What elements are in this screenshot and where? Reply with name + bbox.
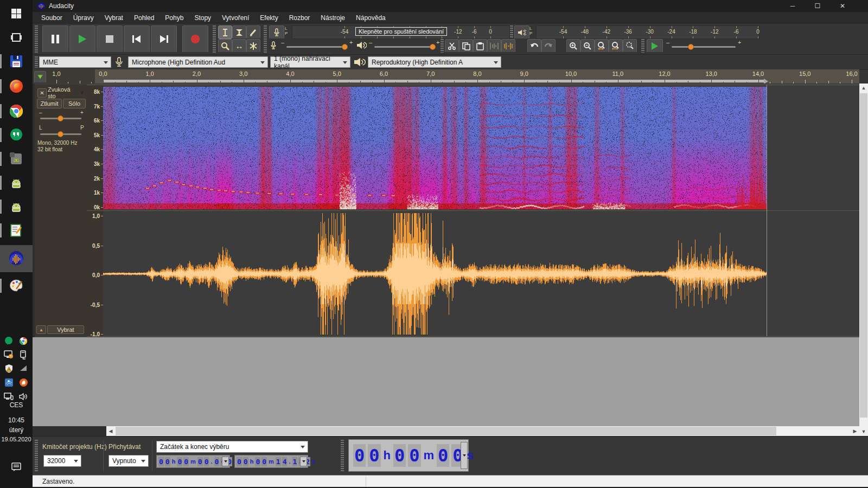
track-close-button[interactable]: ✕ <box>37 88 47 98</box>
h-scrollbar[interactable]: ◀ ▶ <box>106 426 859 436</box>
record-button[interactable] <box>182 25 208 53</box>
tray-locale[interactable]: CES <box>0 401 33 409</box>
stop-button[interactable] <box>97 25 123 53</box>
taskbar-item-notes[interactable] <box>0 219 33 242</box>
tray-monitor-sync-icon[interactable] <box>3 349 15 361</box>
recording-device-select[interactable]: Microphone (High Definition Aud <box>128 56 268 68</box>
taskbar-item-floppy[interactable] <box>0 50 33 73</box>
undo-button[interactable] <box>527 39 541 53</box>
play-speed-slider[interactable] <box>672 46 736 48</box>
zoom-in-button[interactable] <box>566 39 580 53</box>
tray-network-icon[interactable] <box>3 390 15 402</box>
audio-position-display[interactable]: 00h00m00s <box>348 439 469 472</box>
action-center-button[interactable] <box>0 455 33 478</box>
toolbar-grip[interactable] <box>510 25 513 38</box>
toolbar-grip[interactable] <box>341 440 344 472</box>
tray-chrome-icon[interactable] <box>17 335 29 347</box>
taskbar-item-hangouts[interactable] <box>0 124 33 146</box>
waveform-view[interactable] <box>103 212 767 336</box>
task-view-button[interactable] <box>0 26 33 49</box>
scroll-right-arrow[interactable]: ▶ <box>851 426 859 436</box>
silence-audio-button[interactable] <box>501 39 515 53</box>
play-speed-thumb[interactable] <box>688 44 694 50</box>
taskbar-item-audacity[interactable] <box>0 245 33 272</box>
gain-slider-thumb[interactable] <box>58 115 63 121</box>
record-volume-slider[interactable] <box>286 46 347 48</box>
toolbar-grip[interactable] <box>441 39 444 53</box>
quick-play-band[interactable] <box>103 80 765 82</box>
h-scrollbar-thumb[interactable] <box>116 427 776 435</box>
menu-item-pohyb[interactable]: Pohyb <box>159 12 189 24</box>
v-scrollbar[interactable]: ▲ ▼ <box>859 84 868 436</box>
pause-button[interactable] <box>42 25 68 53</box>
close-button[interactable]: ✕ <box>830 0 855 12</box>
cut-button[interactable] <box>445 39 459 53</box>
zoom-fit-button[interactable] <box>609 39 623 53</box>
record-meter-mic-button[interactable] <box>269 25 284 39</box>
spectrogram-view[interactable] <box>103 87 767 209</box>
v-scrollbar-thumb[interactable] <box>860 93 867 418</box>
project-rate-select[interactable]: 32000 <box>43 455 81 467</box>
taskbar-item-paint[interactable] <box>0 274 33 297</box>
menu-item-pohled[interactable]: Pohled <box>129 12 159 24</box>
selection-start-field[interactable]: 00h00m00.000s <box>156 455 230 468</box>
tray-avast-icon[interactable] <box>17 376 29 388</box>
selection-mode-select[interactable]: Začátek a konec výběru <box>156 441 308 453</box>
menu-item-rozbor[interactable]: Rozbor <box>284 12 316 24</box>
tray-hidden-items-icon[interactable] <box>17 362 29 374</box>
play-meter-speaker-button[interactable] <box>514 25 529 39</box>
maximize-button[interactable]: ☐ <box>805 0 830 12</box>
menu-item-nástroje[interactable]: Nástroje <box>315 12 350 24</box>
scroll-left-arrow[interactable]: ◀ <box>106 426 115 436</box>
menu-item-soubor[interactable]: Soubor <box>36 12 68 24</box>
start-button[interactable] <box>0 2 33 25</box>
menu-item-vytvoření[interactable]: Vytvoření <box>216 12 254 24</box>
empty-track-space[interactable] <box>33 337 859 426</box>
taskbar-item-chrome[interactable] <box>0 100 33 123</box>
snap-to-select[interactable]: Vypnuto <box>108 455 149 467</box>
copy-button[interactable] <box>459 39 473 53</box>
taskbar-item-android-1[interactable] <box>0 171 33 194</box>
playback-device-select[interactable]: Reproduktory (High Definition A <box>368 56 501 68</box>
toolbar-grip[interactable] <box>35 56 38 68</box>
zoom-selection-button[interactable] <box>595 39 609 53</box>
tray-volume-icon[interactable] <box>17 390 29 402</box>
zoom-out-button[interactable] <box>580 39 595 53</box>
draw-tool-button[interactable] <box>246 25 260 39</box>
audio-host-select[interactable]: MME <box>39 56 111 68</box>
track-title-menu[interactable]: Zvuková sto ▼ <box>48 88 85 97</box>
spinner-arrow[interactable] <box>461 442 468 469</box>
minimize-button[interactable]: ─ <box>780 0 805 12</box>
menu-item-efekty[interactable]: Efekty <box>254 12 283 24</box>
scroll-down-arrow[interactable]: ▼ <box>859 427 868 436</box>
tray-usb-icon[interactable] <box>17 349 29 361</box>
time-shift-tool-button[interactable]: ↔ <box>232 39 246 53</box>
selection-end-field[interactable]: 00h00m14.182s <box>234 455 308 468</box>
track-select-button[interactable]: Vybrat <box>47 325 84 334</box>
taskbar-item-firefox[interactable] <box>0 75 33 98</box>
selection-tool-button[interactable] <box>218 25 232 39</box>
redo-button[interactable] <box>541 39 556 53</box>
pan-slider-thumb[interactable] <box>58 131 63 137</box>
tray-remote-desktop-icon[interactable] <box>3 376 15 388</box>
trim-audio-button[interactable] <box>487 39 501 53</box>
tray-hangouts-icon[interactable] <box>3 335 15 347</box>
toolbar-grip[interactable] <box>35 25 38 53</box>
skip-to-start-button[interactable] <box>124 25 150 53</box>
record-volume-thumb[interactable] <box>342 44 348 50</box>
spinner-arrow[interactable] <box>222 457 229 466</box>
menu-item-stopy[interactable]: Stopy <box>189 12 216 24</box>
envelope-tool-button[interactable] <box>232 25 246 39</box>
toolbar-grip[interactable] <box>35 440 38 472</box>
tray-defender-warning-icon[interactable] <box>3 362 15 374</box>
menu-item-vybrat[interactable]: Vybrat <box>99 12 129 24</box>
scroll-up-arrow[interactable]: ▲ <box>859 84 868 92</box>
timeline-ruler[interactable]: 1,0 0,01,02,03,04,05,06,07,08,09,010,011… <box>33 69 859 84</box>
zoom-toggle-button[interactable] <box>623 39 637 53</box>
toolbar-grip[interactable] <box>264 25 267 53</box>
menu-item-nápověda[interactable]: Nápověda <box>350 12 391 24</box>
play-button[interactable] <box>69 25 95 53</box>
clock-time[interactable]: 10:45 <box>0 416 33 424</box>
paste-button[interactable] <box>473 39 487 53</box>
track-collapse-button[interactable]: ▲ <box>36 325 46 334</box>
